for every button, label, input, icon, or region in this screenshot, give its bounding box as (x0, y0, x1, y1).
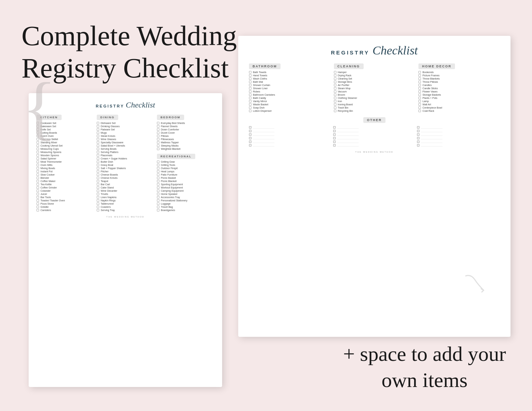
item-label: Coat Rack (422, 110, 434, 112)
item-label: Vanity Mirror (253, 100, 267, 102)
checkbox (418, 94, 421, 96)
checkbox (97, 202, 99, 205)
list-item: Steak Knives (97, 135, 154, 137)
list-item: Salad Spinner (37, 157, 94, 160)
list-item: Vanity Mirror (249, 100, 330, 102)
item-label: Dishware Set (101, 122, 116, 124)
list-item: Toaster/ Toaster Oven (37, 199, 94, 202)
list-item: Storage Baskets (418, 94, 500, 96)
checkbox (97, 180, 99, 182)
checkbox (157, 122, 159, 124)
list-item: Measuring Spoons (37, 151, 94, 153)
list-item: Wash Cloths (249, 77, 330, 80)
blank-checkbox (249, 133, 251, 136)
checkbox (37, 157, 39, 160)
checkbox (157, 161, 159, 163)
list-item: Measuring Cups (37, 148, 94, 150)
checkbox (97, 193, 99, 195)
list-item: Butter Dish (97, 161, 154, 163)
checkbox (418, 110, 421, 112)
item-label: Flower Vases (422, 90, 437, 93)
item-label: Cheese Boards (101, 173, 118, 176)
item-label: Workout Equipment (161, 186, 183, 189)
list-item: Hamper (334, 71, 415, 73)
item-label: Coasters (101, 206, 111, 208)
item-label: Cheese Knives (101, 177, 118, 179)
list-item: Robes (249, 90, 330, 93)
checkbox (157, 135, 159, 137)
checkbox (37, 161, 39, 163)
checkbox (249, 81, 251, 83)
item-label: Storage Baskets (422, 94, 441, 96)
item-label: Salad Spinner (40, 157, 56, 160)
list-item: Gravy Boat (97, 164, 154, 166)
item-label: Gravy Boat (101, 164, 113, 166)
checkbox (334, 94, 336, 96)
blank-item (333, 140, 416, 143)
item-label: Pillows (161, 135, 169, 137)
checkbox (418, 77, 421, 80)
item-label: Tablerunner (101, 202, 114, 205)
recreational-items: Grilling GearGrilling ToolsOutdoor Firep… (157, 161, 214, 211)
checkbox (97, 144, 99, 147)
checkbox (97, 177, 99, 179)
list-item: Down Comforter (157, 128, 214, 131)
list-item: Home Speaker (157, 193, 214, 195)
checkbox (157, 125, 159, 128)
blank-item (249, 129, 332, 132)
checkbox (97, 138, 99, 140)
item-label: Salad Bowl + Utensils (101, 144, 125, 147)
checkbox (97, 125, 99, 128)
list-item: Coffee Grinder (37, 186, 94, 189)
item-label: Recycling Bin (338, 110, 353, 112)
checkbox (37, 154, 39, 157)
list-item: Serving Platters (97, 151, 154, 153)
list-item: Griddle (37, 206, 94, 208)
checkbox (157, 144, 159, 147)
checkbox (334, 100, 336, 102)
checkbox (157, 202, 159, 205)
blank-label (421, 126, 442, 129)
blank-checkbox (333, 130, 336, 132)
checkbox (249, 74, 251, 77)
list-item: Waste Basket (249, 103, 330, 106)
checkbox (37, 177, 39, 179)
checkbox (418, 84, 421, 86)
list-item: Bath Mat (249, 81, 330, 83)
checkbox (97, 141, 99, 144)
item-label: Iron (338, 100, 342, 102)
checkbox (249, 106, 251, 109)
list-item: Colander (37, 190, 94, 192)
blank-checkbox (333, 133, 336, 136)
blank-item (333, 129, 416, 132)
item-label: Grilling Gear (161, 161, 175, 163)
blank-label (253, 144, 274, 147)
item-label: Throw Blankets (422, 77, 440, 80)
checkbox (418, 97, 421, 99)
item-label: Cream + Sugar Holders (101, 157, 127, 160)
blank-checkbox (417, 144, 420, 147)
list-item: Trash Bin (334, 106, 415, 109)
checkbox (97, 167, 99, 169)
blank-item (249, 144, 332, 147)
item-label: Drinking Glasses (101, 125, 120, 128)
list-item: Broom (334, 94, 415, 96)
list-item: Picnic Basket (157, 177, 214, 179)
list-item: Mugs (97, 132, 154, 134)
item-label: Robes (253, 90, 260, 93)
item-label: Bookends (422, 71, 433, 73)
checkbox (157, 141, 159, 144)
checkbox (97, 164, 99, 166)
checkbox (157, 167, 159, 169)
left-registry-word: REGISTRY (96, 104, 124, 108)
item-label: Trivets (101, 193, 108, 195)
list-item: Grilling Tools (157, 164, 214, 166)
list-item: Linen Napkins (97, 196, 154, 199)
item-label: Bar Cart (101, 183, 110, 186)
list-item: Storage Bins (334, 81, 415, 83)
checkbox (249, 97, 251, 99)
checkbox (157, 180, 159, 182)
right-page-header: REGISTRY Checklist (249, 44, 500, 57)
list-item: Pitcher (97, 170, 154, 173)
cleaning-header: CLEANING (334, 62, 415, 69)
